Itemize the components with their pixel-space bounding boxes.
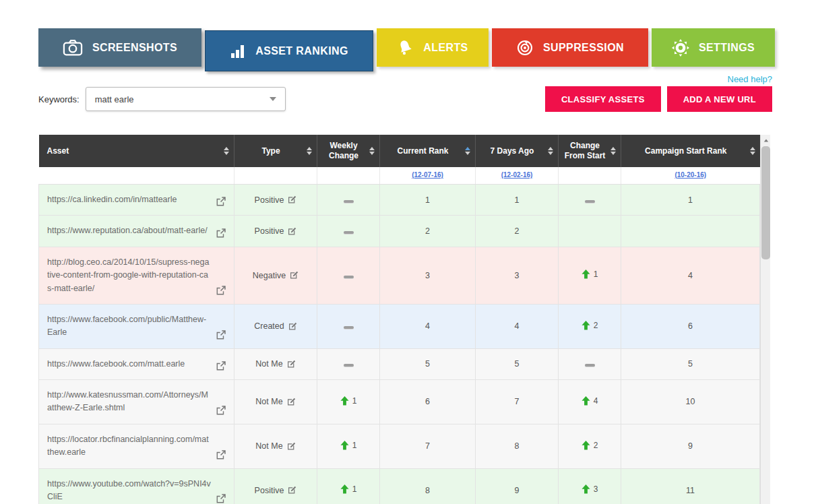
type-cell: Positive [234,185,317,216]
keywords-value: matt earle [95,94,134,104]
seven-days-ago-cell: 5 [476,348,559,379]
scrollbar-up-arrow[interactable] [761,135,770,146]
seven-days-ago-cell: 4 [476,304,559,348]
header-asset[interactable]: Asset [39,135,234,167]
edit-type-icon[interactable] [290,271,299,280]
current-rank-date-link[interactable]: (12-07-16) [412,171,443,179]
type-cell: Positive [234,468,317,504]
asset-type-label: Not Me [255,441,282,451]
tab-settings[interactable]: SETTINGS [652,28,775,67]
current-rank-cell: 1 [380,185,476,216]
asset-cell: https://www.reputation.ca/about/matt-ear… [39,216,234,247]
keywords-dropdown[interactable]: matt earle [86,87,286,111]
asset-url-link[interactable]: http://blog.ceo.ca/2014/10/15/supress-ne… [47,256,211,295]
sort-icon[interactable] [307,147,312,155]
weekly-change-cell: 1 [317,380,380,424]
tab-label: SCREENSHOTS [92,42,177,54]
external-link-icon[interactable] [216,406,226,415]
asset-url-link[interactable]: https://www.youtube.com/watch?v=9sPNI4vC… [47,478,211,504]
seven-days-ago-cell: 2 [476,216,559,247]
change-from-start-cell: 3 [559,468,621,504]
header-label: Current Rank [397,146,448,156]
table-row: http://blog.ceo.ca/2014/10/15/supress-ne… [39,247,760,304]
asset-type-label: Created [254,321,284,331]
table-scrollbar[interactable] [760,135,770,504]
up-arrow-icon [582,484,590,494]
controls-row: Keywords: matt earle CLASSIFY ASSETS ADD… [38,86,772,112]
camera-icon [63,39,83,56]
weekly-change-cell [317,304,380,348]
edit-type-icon[interactable] [288,486,296,495]
up-arrow-icon [582,441,590,450]
keywords-label: Keywords: [38,94,80,104]
header-change-from-start[interactable]: Change From Start [559,135,621,167]
campaign-start-rank-cell: 11 [621,468,760,504]
header-7-days-ago[interactable]: 7 Days Ago [476,135,559,167]
edit-type-icon[interactable] [287,360,296,369]
sort-icon[interactable] [369,147,375,155]
campaign-start-rank-cell: 4 [621,247,760,304]
edit-type-icon[interactable] [287,442,296,451]
asset-url-link[interactable]: https://www.reputation.ca/about/matt-ear… [47,224,211,237]
up-arrow-icon [582,396,590,406]
sort-icon[interactable] [610,147,616,155]
external-link-icon[interactable] [216,197,226,206]
header-current-rank[interactable]: Current Rank [380,135,476,167]
tab-screenshots[interactable]: SCREENSHOTS [38,28,201,67]
type-cell: Created [234,304,317,348]
asset-url-link[interactable]: https://www.facebook.com/public/Matthew-… [47,313,211,340]
seven-days-ago-cell: 1 [476,185,559,216]
sort-icon[interactable] [750,147,755,155]
campaign-start-date-link[interactable]: (10-20-16) [674,171,706,179]
delta-value: 1 [352,484,357,494]
seven-days-date-link[interactable]: (12-02-16) [501,171,533,179]
asset-url-link[interactable]: https://www.facebook.com/matt.earle [47,358,211,371]
header-label: Type [261,146,280,156]
header-weekly-change[interactable]: Weekly Change [317,135,380,167]
external-link-icon[interactable] [216,494,226,503]
external-link-icon[interactable] [216,228,226,238]
target-icon [516,39,534,57]
header-type[interactable]: Type [234,135,317,167]
external-link-icon[interactable] [216,286,226,295]
edit-type-icon[interactable] [288,322,297,331]
add-new-url-button[interactable]: ADD A NEW URL [667,86,772,112]
table-row: http://www.katesnussman.com/Attorneys/Ma… [39,380,760,424]
asset-url-link[interactable]: https://ca.linkedin.com/in/mattearle [47,193,211,206]
delta-value: 3 [594,484,598,494]
asset-type-label: Positive [255,195,284,205]
type-cell: Not Me [234,380,317,424]
chevron-down-icon [270,97,276,101]
edit-type-icon[interactable] [288,227,296,236]
page: SCREENSHOTS ASSET RANKING ALERTS SUPPRES… [0,0,816,504]
sort-icon-active[interactable] [465,147,470,155]
table-row: https://www.facebook.com/public/Matthew-… [39,304,760,348]
sort-icon[interactable] [548,147,553,155]
tab-label: SETTINGS [699,42,755,54]
asset-url-link[interactable]: https://locator.rbcfinancialplanning.com… [47,433,211,460]
classify-assets-button[interactable]: CLASSIFY ASSETS [545,86,661,112]
current-rank-cell: 8 [380,468,476,504]
need-help-link[interactable]: Need help? [728,74,773,84]
header-campaign-start-rank[interactable]: Campaign Start Rank [621,135,760,167]
asset-table-body: https://ca.linkedin.com/in/mattearle Pos… [39,185,760,504]
up-arrow-icon [340,396,349,406]
edit-type-icon[interactable] [288,195,296,204]
table-row: https://www.facebook.com/matt.earle Not … [39,348,760,379]
current-rank-cell: 6 [380,380,476,424]
asset-url-link[interactable]: http://www.katesnussman.com/Attorneys/Ma… [47,389,211,415]
campaign-start-rank-cell: 1 [621,185,760,216]
tab-suppression[interactable]: SUPPRESSION [492,28,648,67]
edit-type-icon[interactable] [287,398,296,406]
external-link-icon[interactable] [216,450,226,460]
tab-asset-ranking[interactable]: ASSET RANKING [205,30,373,71]
weekly-change-cell: 1 [317,424,380,468]
asset-type-label: Negative [253,271,286,280]
asset-cell: http://www.katesnussman.com/Attorneys/Ma… [39,380,234,424]
type-cell: Negative [234,247,317,304]
tab-alerts[interactable]: ALERTS [377,28,489,67]
scrollbar-thumb[interactable] [761,146,770,259]
external-link-icon[interactable] [216,330,226,340]
sort-icon[interactable] [224,147,229,155]
external-link-icon[interactable] [216,361,226,371]
